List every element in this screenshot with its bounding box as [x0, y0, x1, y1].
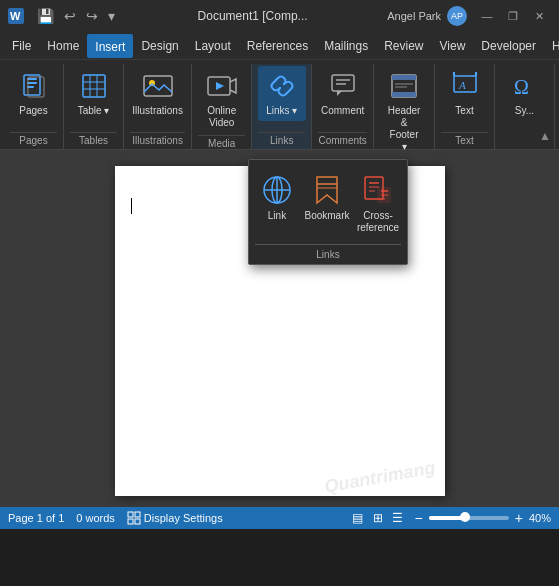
header-footer-icon: [388, 70, 420, 102]
text-group-label: Text: [441, 132, 488, 149]
undo-qa-btn[interactable]: ↩: [61, 6, 79, 26]
symbols-icon: Ω: [509, 70, 541, 102]
menu-help[interactable]: Help: [544, 35, 559, 57]
link-dropdown-btn[interactable]: Link: [255, 168, 299, 228]
video-icon: [206, 70, 238, 102]
menu-design[interactable]: Design: [133, 35, 186, 57]
menu-layout[interactable]: Layout: [187, 35, 239, 57]
comment-label: Comment: [321, 105, 364, 117]
zoom-out-button[interactable]: −: [413, 510, 425, 526]
pages-button[interactable]: Pages: [10, 66, 58, 121]
redo-qa-btn[interactable]: ↪: [83, 6, 101, 26]
links-dropdown: Link Bookmark: [248, 159, 408, 265]
svg-rect-45: [128, 519, 133, 524]
menu-mailings[interactable]: Mailings: [316, 35, 376, 57]
text-label: Text: [455, 105, 473, 117]
read-mode-btn[interactable]: ☰: [389, 509, 407, 527]
restore-button[interactable]: ❐: [501, 6, 525, 26]
svg-marker-32: [317, 177, 337, 203]
view-buttons: ▤ ⊞ ☰: [349, 509, 407, 527]
comment-button[interactable]: Comment: [315, 66, 370, 121]
text-icon: A: [449, 70, 481, 102]
table-group-label: Tables: [70, 132, 117, 149]
menu-references[interactable]: References: [239, 35, 316, 57]
table-icon: [78, 70, 110, 102]
save-qa-btn[interactable]: 💾: [34, 6, 57, 26]
table-button[interactable]: Table ▾: [70, 66, 118, 121]
user-info: Angel Park AP: [387, 6, 467, 26]
avatar: AP: [447, 6, 467, 26]
word-icon: W: [8, 8, 24, 24]
links-dropdown-items: Link Bookmark: [255, 168, 401, 245]
header-footer-button[interactable]: Header &Footer ▾: [380, 66, 428, 157]
links-items: Links ▾: [258, 66, 306, 130]
links-label: Links ▾: [266, 105, 297, 117]
zoom-percent: 40%: [529, 512, 551, 524]
text-button[interactable]: A Text: [441, 66, 489, 121]
display-settings-button[interactable]: Display Settings: [127, 511, 223, 525]
bookmark-dropdown-btn[interactable]: Bookmark: [303, 168, 351, 228]
ribbon: Pages Pages Table ▾ Tables: [0, 60, 559, 150]
user-name: Angel Park: [387, 10, 441, 22]
title-bar: W 💾 ↩ ↪ ▾ Document1 [Comp... Angel Park …: [0, 0, 559, 32]
menu-developer[interactable]: Developer: [473, 35, 544, 57]
minimize-button[interactable]: —: [475, 6, 499, 26]
svg-rect-44: [135, 512, 140, 517]
title-bar-left: W 💾 ↩ ↪ ▾: [8, 6, 118, 26]
pages-group-label: Pages: [10, 132, 57, 149]
document-title: Document1 [Comp...: [118, 9, 387, 23]
print-layout-btn[interactable]: ▤: [349, 509, 367, 527]
svg-rect-20: [392, 92, 416, 97]
table-items: Table ▾: [70, 66, 118, 130]
media-items: OnlineVideo: [198, 66, 246, 133]
cross-reference-label: Cross-reference: [357, 210, 399, 234]
cross-reference-dropdown-icon: [362, 174, 394, 206]
zoom-in-button[interactable]: +: [513, 510, 525, 526]
illustrations-group-label: Illustrations: [130, 132, 185, 149]
menu-view[interactable]: View: [432, 35, 474, 57]
symbols-button[interactable]: Ω Sy...: [501, 66, 549, 121]
close-button[interactable]: ✕: [527, 6, 551, 26]
customize-qa-btn[interactable]: ▾: [105, 6, 118, 26]
comments-items: Comment: [315, 66, 370, 130]
ribbon-group-media: OnlineVideo Media: [192, 64, 252, 149]
ribbon-group-table: Table ▾ Tables: [64, 64, 124, 149]
cross-reference-dropdown-btn[interactable]: Cross-reference: [355, 168, 401, 240]
ribbon-group-illustrations: Illustrations Illustrations: [124, 64, 192, 149]
links-button[interactable]: Links ▾: [258, 66, 306, 121]
ribbon-group-text: A Text Text: [435, 64, 495, 149]
svg-text:W: W: [10, 10, 21, 22]
menu-insert[interactable]: Insert: [87, 34, 133, 58]
link-label: Link: [268, 210, 286, 222]
window-controls: — ❐ ✕: [475, 6, 551, 26]
online-video-button[interactable]: OnlineVideo: [198, 66, 246, 133]
symbols-items: Ω Sy...: [501, 66, 549, 130]
links-group-label: Links: [258, 132, 305, 149]
ribbon-collapse-button[interactable]: ▲: [535, 127, 555, 145]
links-icon: [266, 70, 298, 102]
svg-rect-43: [128, 512, 133, 517]
pages-icon: [18, 70, 50, 102]
pages-label: Pages: [19, 105, 47, 117]
header-footer-items: Header &Footer ▾: [380, 66, 428, 157]
menu-file[interactable]: File: [4, 35, 39, 57]
menu-review[interactable]: Review: [376, 35, 431, 57]
video-label: OnlineVideo: [207, 105, 236, 129]
pages-items: Pages: [10, 66, 58, 130]
menu-home[interactable]: Home: [39, 35, 87, 57]
ribbon-group-links: Links ▾ Links: [252, 64, 312, 149]
illustrations-button[interactable]: Illustrations: [126, 66, 189, 121]
web-view-btn[interactable]: ⊞: [369, 509, 387, 527]
link-dropdown-icon: [261, 174, 293, 206]
zoom-slider[interactable]: [429, 516, 509, 520]
page-info: Page 1 of 1: [8, 512, 64, 524]
svg-marker-14: [216, 82, 224, 90]
text-cursor: [131, 198, 132, 214]
bookmark-label: Bookmark: [304, 210, 349, 222]
bookmark-dropdown-icon: [311, 174, 343, 206]
zoom-controls: − + 40%: [413, 510, 551, 526]
comment-icon: [327, 70, 359, 102]
svg-rect-46: [135, 519, 140, 524]
ribbon-group-comments: Comment Comments: [312, 64, 374, 149]
watermark: Quantrimang: [324, 457, 438, 497]
